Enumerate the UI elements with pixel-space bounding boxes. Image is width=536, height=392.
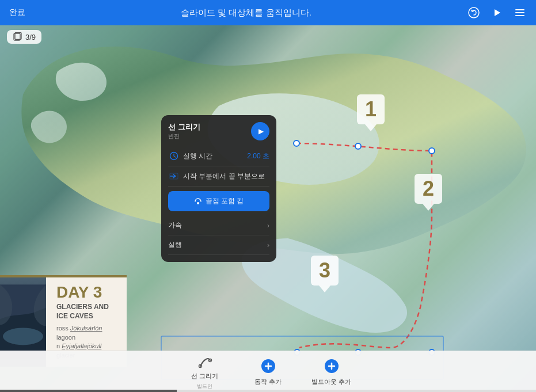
direction-label: 시작 부분에서 끝 부분으로 (183, 172, 265, 181)
day-label: DAY 3 (56, 284, 119, 300)
svg-rect-1 (515, 9, 524, 10)
map-number-badge-1: 1 (357, 94, 385, 124)
svg-point-18 (197, 202, 199, 204)
svg-point-9 (429, 148, 435, 154)
slide-counter-text: 3/9 (25, 33, 36, 41)
duration-value: 2.00 초 (247, 151, 269, 161)
duration-row[interactable]: 실행 시간 2.00 초 (168, 146, 269, 166)
svg-rect-3 (515, 15, 524, 16)
toolbar-right (467, 6, 527, 20)
menu-icon[interactable] (513, 6, 527, 20)
add-buildout-label: 빌드아웃 추가 (311, 378, 351, 386)
draw-line-label: 선 그리기 (191, 372, 218, 380)
toolbar-left: 완료 (9, 7, 25, 18)
panel-subtitle: 빈진 (168, 132, 200, 140)
run-label: 실행 (168, 240, 182, 250)
add-buildout-icon (322, 357, 341, 375)
add-action-icon (259, 357, 277, 375)
top-toolbar: 완료 슬라이드 및 대상체를 움직입니다. (0, 0, 536, 25)
play-icon[interactable] (490, 6, 504, 20)
day-card-content: DAY 3 GLACIERS ANDICE CAVES ross Jökulsá… (56, 284, 119, 360)
svg-point-0 (469, 7, 479, 18)
svg-point-8 (355, 143, 361, 149)
day-subtitle: GLACIERS ANDICE CAVES (56, 303, 119, 321)
map-marker-2: 2 (415, 174, 442, 211)
slides-icon (13, 32, 22, 41)
bottom-toolbar: 선 그리기 빌드인 동작 추가 빌드아웃 추가 (0, 351, 536, 392)
add-action-label: 동작 추가 (254, 378, 282, 386)
svg-point-7 (294, 140, 299, 146)
map-marker-3: 3 (311, 256, 339, 292)
direction-left: 시작 부분에서 끝 부분으로 (168, 170, 269, 182)
draw-line-icon (196, 353, 214, 370)
map-marker-1: 1 (357, 94, 385, 131)
panel-title-group: 선 그리기 빈진 (168, 122, 200, 140)
direction-row[interactable]: 시작 부분에서 끝 부분으로 (168, 166, 269, 187)
accel-chevron: › (267, 222, 269, 230)
duration-label: 실행 시간 (183, 151, 212, 161)
animation-panel: 선 그리기 빈진 실행 시간 2.00 초 시작 (161, 115, 276, 262)
undo-icon[interactable] (467, 6, 481, 20)
add-buildout-button[interactable]: 빌드아웃 추가 (300, 353, 363, 390)
svg-point-15 (3, 328, 43, 345)
endpoint-icon (194, 197, 202, 205)
accel-label: 가속 (168, 220, 182, 230)
map-number-badge-2: 2 (415, 174, 442, 204)
map-number-badge-3: 3 (311, 256, 339, 286)
run-chevron: › (267, 241, 269, 249)
accel-row[interactable]: 가속 › (168, 216, 269, 235)
clock-icon (168, 150, 180, 162)
duration-left: 실행 시간 (168, 150, 247, 162)
direction-icon (168, 170, 180, 182)
add-action-button[interactable]: 동작 추가 (237, 353, 300, 390)
play-button[interactable] (251, 122, 269, 140)
eyja-link: Eyjafjallajökull (62, 342, 101, 349)
progress-fill (0, 390, 177, 392)
endpoint-button[interactable]: 끝점 포함 킴 (168, 191, 269, 211)
draw-line-button[interactable]: 선 그리기 빌드인 (173, 353, 237, 390)
endpoint-label: 끝점 포함 킴 (206, 196, 244, 206)
draw-line-sublabel: 빌드인 (197, 383, 212, 390)
jokulsarlon-link: Jökulsárlón (70, 325, 102, 332)
svg-rect-2 (515, 12, 524, 13)
panel-header: 선 그리기 빈진 (168, 122, 269, 140)
done-button[interactable]: 완료 (9, 7, 25, 18)
toolbar-title: 슬라이드 및 대상체를 움직입니다. (181, 7, 311, 18)
panel-title: 선 그리기 (168, 122, 200, 132)
progress-bar (0, 390, 536, 392)
run-row[interactable]: 실행 › (168, 235, 269, 255)
slide-counter: 3/9 (7, 30, 41, 44)
